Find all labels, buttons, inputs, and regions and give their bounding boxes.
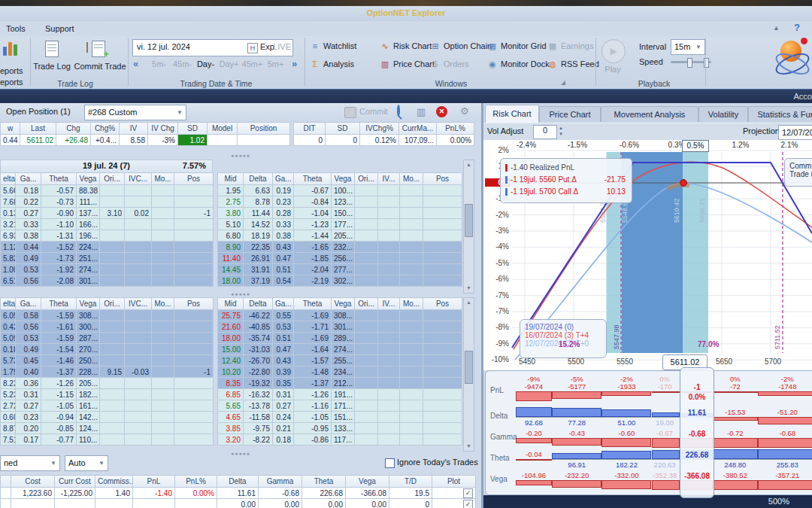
ignore-trades-checkbox[interactable] xyxy=(385,458,395,468)
table-row[interactable]: 21.60-40.850.53-1.71301... xyxy=(218,321,462,333)
scrollbar[interactable]: ▲ ▼ xyxy=(463,160,474,294)
collapse-ribbon-icon[interactable]: ▲ xyxy=(773,24,780,32)
table-row[interactable]: 1.120.44-1.52224... xyxy=(1,242,214,253)
table-row[interactable]: 25.75-46.220.55-1.69308... xyxy=(218,310,462,321)
date-step-day-[interactable]: Day- xyxy=(194,59,217,68)
ribbon-button-monitor-grid[interactable]: ▦Monitor Grid xyxy=(487,41,547,51)
aggregation-select[interactable]: ned ▼ xyxy=(0,455,60,471)
scrollbar-thumb[interactable] xyxy=(465,204,473,237)
ribbon-button-option-chain[interactable]: ⊞Option Chain xyxy=(430,41,492,51)
step-forward-icon[interactable]: » xyxy=(292,58,297,69)
table-row[interactable]: 0.420.56-1.61300... xyxy=(1,321,214,333)
close-position-icon[interactable]: ✕ xyxy=(436,106,447,117)
table-row[interactable]: 1.956.630.19-0.67100... xyxy=(218,185,462,196)
table-row[interactable]: 7.510.17-0.77110... xyxy=(1,434,214,446)
group-expand-icon[interactable] xyxy=(561,81,565,85)
menu-support[interactable]: Support xyxy=(41,23,79,35)
scrollbar-thumb[interactable] xyxy=(465,351,473,384)
table-row[interactable]: 12.40-26.700.43-1.57255... xyxy=(218,355,462,367)
table-row[interactable]: 2.758.780.23-0.84123... xyxy=(218,196,462,208)
ribbon-button-watchlist[interactable]: ≡Watchlist xyxy=(310,41,356,50)
table-row[interactable]: 5.090.53-1.59287... xyxy=(1,333,214,344)
ribbon-button-monitor-dock[interactable]: ◉Monitor Dock xyxy=(487,59,550,69)
search-icon[interactable] xyxy=(397,105,400,117)
table-row[interactable]: 6.85-16.320.31-1.26191... xyxy=(218,389,462,400)
table-row[interactable]: 0.180.49-1.54270... xyxy=(1,344,214,355)
projection-date-field[interactable]: 12/07/20 xyxy=(778,125,812,140)
scroll-up-icon[interactable]: ▲ xyxy=(464,298,474,307)
help-icon[interactable]: ? xyxy=(794,22,800,33)
plot-checkbox[interactable]: ✓ xyxy=(463,488,473,498)
ribbon-button-price-chart[interactable]: ▥Price Chart xyxy=(380,59,435,69)
table-row[interactable]: 0.000.000.000.000✓ xyxy=(1,499,476,508)
table-row[interactable]: 3.20-8.220.18-0.86117... xyxy=(218,434,462,446)
scroll-up-icon[interactable]: ▲ xyxy=(464,160,474,169)
splitter-handle[interactable]: ●●●●● xyxy=(218,451,263,456)
current-price-strip[interactable]: -10.0%11.61-0.68226.68-366.08 xyxy=(680,367,714,498)
table-row[interactable]: 18.0037.190.54-2.19302... xyxy=(218,275,462,287)
reports-icon[interactable] xyxy=(2,39,21,56)
vol-adjust-input[interactable]: 0 xyxy=(533,125,557,139)
table-row[interactable]: 11.4026.910.47-1.85256... xyxy=(218,253,462,264)
table-row[interactable]: 8.230.36-1.26205... xyxy=(1,378,214,389)
table-row[interactable]: 4.65-11.580.24-1.05151... xyxy=(218,412,462,423)
splitter-handle[interactable]: ●●●●● xyxy=(218,291,263,297)
table-row[interactable]: 5.730.45-1.46250... xyxy=(1,355,214,367)
scrollbar[interactable]: ▲ ▼ xyxy=(463,297,474,452)
mode-select[interactable]: Auto ▼ xyxy=(65,455,108,471)
scroll-down-icon[interactable]: ▼ xyxy=(464,284,474,293)
table-row[interactable]: 0.600.23-0.94142... xyxy=(1,412,214,423)
ribbon-button-rss-feed[interactable]: ◍RSS Feed xyxy=(547,59,599,69)
table-row[interactable]: 1.750.40-1.37228...9.15-0.03-1 xyxy=(1,367,214,378)
trade-log-icon[interactable] xyxy=(45,41,59,57)
step-back-icon[interactable]: « xyxy=(133,58,138,69)
table-row[interactable]: 5.1014.520.33-1.23177... xyxy=(218,219,462,230)
risk-chart[interactable]: 5532.77 5548.66 5610.42 5636.31 5547.98 … xyxy=(483,140,812,370)
tab-statistics-fundamentals[interactable]: Statistics & Fundamentals xyxy=(748,106,812,122)
table-row[interactable]: 5.820.49-1.73251... xyxy=(1,253,214,264)
table-row[interactable]: 10.20-22.800.39-1.48234... xyxy=(218,367,462,378)
table-row[interactable]: 0.445611.02+26.48+0.4...8.58-3%1.02 xyxy=(1,135,290,146)
gear-icon[interactable]: ⚙ xyxy=(460,105,469,117)
history-icon[interactable]: H xyxy=(247,43,258,53)
menu-tools[interactable]: Tools xyxy=(2,23,30,35)
spinner-arrows-icon[interactable]: ▲▼ xyxy=(557,125,565,138)
table-row[interactable]: 8.35-19.320.35-1.37212... xyxy=(218,378,462,389)
grid-columns-icon[interactable]: ▥ xyxy=(417,106,426,117)
table-row[interactable]: 000.12%107,09...0.00% xyxy=(294,135,474,146)
exp-label[interactable]: Exp xyxy=(260,42,274,51)
table-row[interactable]: 8.870.20-0.85124... xyxy=(1,423,214,434)
commit-trade-button[interactable]: Commit Trade xyxy=(74,62,126,71)
ribbon-button-risk-chart[interactable]: ∿Risk Chart xyxy=(380,41,432,51)
table-row[interactable]: 7.680.22-0.73111... xyxy=(1,196,214,208)
tab-movement-analysis[interactable]: Movement Analysis xyxy=(601,106,698,122)
table-row[interactable]: 18.00-35.740.51-1.69289... xyxy=(218,333,462,344)
table-row[interactable]: 6.8018.190.38-1.44205... xyxy=(218,230,462,242)
play-button[interactable]: ▶ xyxy=(601,39,626,63)
table-row[interactable]: 0.130.27-0.90137...3.100.02-1 xyxy=(1,208,214,219)
commit-trade-icon[interactable]: + xyxy=(92,41,105,57)
position-selector[interactable]: #268 Custom ▼ xyxy=(84,105,186,120)
ribbon-button-analysis[interactable]: ΣAnalysis xyxy=(310,59,354,68)
scroll-down-icon[interactable]: ▼ xyxy=(464,442,474,451)
window-titlebar[interactable]: OptionNET Explorer xyxy=(0,6,812,21)
trading-date-field[interactable]: vi. 12 jul. 2024 H Exp LIVE xyxy=(132,39,293,56)
interval-select[interactable]: 15m ▼ xyxy=(671,39,705,55)
table-row[interactable]: 3.8011.440.28-1.04150... xyxy=(218,208,462,219)
tab-price-chart[interactable]: Price Chart xyxy=(539,106,601,122)
table-row[interactable]: 2.720.27-1.05161... xyxy=(1,400,214,412)
table-row[interactable]: 15.00-31.030.47-1.64274... xyxy=(218,344,462,355)
table-row[interactable]: 6.510.56-2.08301... xyxy=(1,275,214,287)
table-row[interactable]: 14.4531.910.51-2.04277... xyxy=(218,264,462,275)
table-row[interactable]: 8.9022.350.43-1.65232... xyxy=(218,242,462,253)
table-row[interactable]: 5.65-13.780.27-1.16171... xyxy=(218,400,462,412)
table-row[interactable]: 3.85-9.750.21-0.95133... xyxy=(218,423,462,434)
table-row[interactable]: 5.230.31-1.15182... xyxy=(1,389,214,400)
current-price-dot[interactable] xyxy=(680,180,687,187)
table-row[interactable]: 6.930.38-1.31196... xyxy=(1,230,214,242)
tab-risk-chart[interactable]: Risk Chart xyxy=(485,105,539,123)
table-row[interactable]: 1.000.53-1.92274... xyxy=(1,264,214,275)
calendar-icon[interactable] xyxy=(86,42,88,53)
plot-checkbox[interactable]: ✓ xyxy=(463,500,473,508)
table-row[interactable]: 5.660.18-0.5788.38 xyxy=(1,185,214,196)
